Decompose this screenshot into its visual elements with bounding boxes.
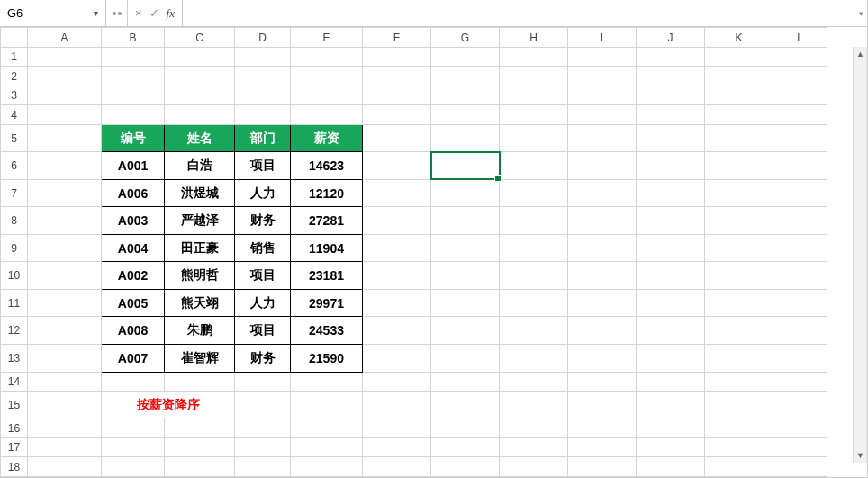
- cell[interactable]: [773, 457, 827, 477]
- table-cell[interactable]: 销售: [235, 234, 291, 262]
- table-cell[interactable]: 洪煜城: [165, 179, 235, 207]
- cell[interactable]: [637, 317, 705, 345]
- cell[interactable]: [568, 437, 637, 456]
- vertical-scrollbar[interactable]: ▲ ▼: [853, 47, 867, 463]
- col-header-E[interactable]: E: [291, 28, 363, 48]
- cell[interactable]: [568, 317, 637, 345]
- cell[interactable]: [235, 391, 291, 419]
- table-cell[interactable]: 12120: [291, 179, 363, 207]
- cell[interactable]: [431, 289, 500, 317]
- cell[interactable]: [637, 48, 705, 67]
- table-cell[interactable]: 人力: [235, 179, 291, 207]
- table-cell[interactable]: 严越泽: [165, 207, 235, 235]
- col-header-F[interactable]: F: [363, 28, 431, 48]
- col-header-D[interactable]: D: [235, 28, 291, 48]
- table-cell[interactable]: 崔智辉: [165, 345, 235, 373]
- cell[interactable]: [235, 457, 291, 477]
- cell[interactable]: [28, 207, 102, 235]
- row-header-3[interactable]: 3: [1, 86, 28, 104]
- cell[interactable]: [637, 419, 705, 437]
- cell[interactable]: [165, 48, 235, 67]
- cell[interactable]: [165, 67, 235, 86]
- cell[interactable]: [773, 48, 827, 67]
- cell[interactable]: [28, 262, 102, 290]
- cell[interactable]: [431, 124, 500, 152]
- row-header-1[interactable]: 1: [1, 48, 28, 67]
- cell[interactable]: [705, 179, 773, 207]
- formula-expand-icon[interactable]: ▾: [854, 0, 867, 26]
- cell[interactable]: [363, 179, 431, 207]
- table-cell[interactable]: A008: [102, 317, 165, 345]
- cell[interactable]: [568, 262, 637, 290]
- cell[interactable]: [28, 457, 102, 477]
- cell[interactable]: [235, 67, 291, 86]
- table-cell[interactable]: 熊天翊: [165, 289, 235, 317]
- chevron-down-icon[interactable]: ▾: [94, 8, 98, 18]
- cell[interactable]: [705, 437, 773, 456]
- cell[interactable]: [235, 86, 291, 104]
- cell[interactable]: [500, 48, 568, 67]
- table-cell[interactable]: 财务: [235, 345, 291, 373]
- col-header-C[interactable]: C: [165, 28, 235, 48]
- cell[interactable]: [291, 67, 363, 86]
- cell[interactable]: [705, 48, 773, 67]
- cell[interactable]: [637, 234, 705, 262]
- col-header-J[interactable]: J: [637, 28, 705, 48]
- cell[interactable]: [773, 86, 827, 104]
- cell[interactable]: [165, 86, 235, 104]
- table-header-dept[interactable]: 部门: [235, 124, 291, 152]
- cell[interactable]: [28, 179, 102, 207]
- col-header-L[interactable]: L: [773, 28, 827, 48]
- cell[interactable]: [291, 457, 363, 477]
- cell[interactable]: [568, 391, 637, 419]
- cell[interactable]: [637, 67, 705, 86]
- cell[interactable]: [568, 234, 637, 262]
- table-cell[interactable]: 人力: [235, 289, 291, 317]
- table-cell[interactable]: 熊明哲: [165, 262, 235, 290]
- col-header-A[interactable]: A: [28, 28, 102, 48]
- cell[interactable]: [102, 437, 165, 456]
- cell[interactable]: [235, 372, 291, 391]
- cell[interactable]: [28, 86, 102, 104]
- table-cell[interactable]: 24533: [291, 317, 363, 345]
- cell[interactable]: [568, 207, 637, 235]
- cell[interactable]: [28, 48, 102, 67]
- table-header-name[interactable]: 姓名: [165, 124, 235, 152]
- cell[interactable]: [102, 372, 165, 391]
- cell[interactable]: [500, 457, 568, 477]
- cell[interactable]: [500, 317, 568, 345]
- cell[interactable]: [363, 262, 431, 290]
- cell[interactable]: [235, 105, 291, 124]
- cell[interactable]: [431, 317, 500, 345]
- cell[interactable]: [363, 457, 431, 477]
- cell[interactable]: [28, 152, 102, 180]
- cell[interactable]: [773, 152, 827, 180]
- cell[interactable]: [431, 179, 500, 207]
- cell[interactable]: [363, 372, 431, 391]
- cell[interactable]: [363, 234, 431, 262]
- sort-note[interactable]: 按薪资降序: [102, 391, 235, 419]
- col-header-G[interactable]: G: [431, 28, 500, 48]
- cell[interactable]: [773, 124, 827, 152]
- table-cell[interactable]: 11904: [291, 234, 363, 262]
- cell[interactable]: [500, 234, 568, 262]
- cell[interactable]: [102, 48, 165, 67]
- cell[interactable]: [28, 345, 102, 373]
- cell[interactable]: [363, 391, 431, 419]
- table-cell[interactable]: A007: [102, 345, 165, 373]
- cell[interactable]: [291, 391, 363, 419]
- cell[interactable]: [568, 48, 637, 67]
- row-header-4[interactable]: 4: [1, 105, 28, 124]
- cell[interactable]: [363, 105, 431, 124]
- grid-area[interactable]: A B C D E F G H I J K L 1 2 3 4: [0, 27, 867, 477]
- cell[interactable]: [637, 457, 705, 477]
- cell[interactable]: [500, 67, 568, 86]
- table-cell[interactable]: A004: [102, 234, 165, 262]
- row-header-15[interactable]: 15: [1, 391, 28, 419]
- cell[interactable]: [363, 207, 431, 235]
- cell[interactable]: [500, 262, 568, 290]
- table-cell[interactable]: 项目: [235, 317, 291, 345]
- cell[interactable]: [363, 86, 431, 104]
- cell[interactable]: [291, 86, 363, 104]
- table-cell[interactable]: 29971: [291, 289, 363, 317]
